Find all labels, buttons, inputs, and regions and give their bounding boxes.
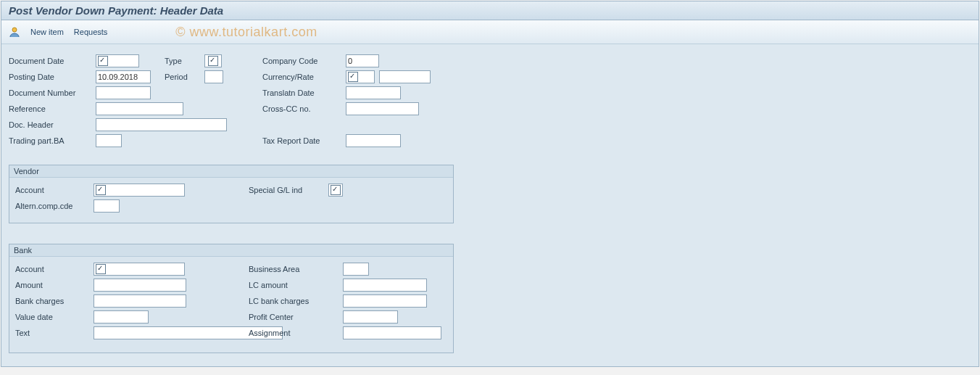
- special-gl-ind-checkbox[interactable]: [331, 185, 341, 195]
- field-lc-bank-charges: LC bank charges: [249, 293, 441, 309]
- profit-center-input[interactable]: [343, 310, 398, 324]
- field-reference: Reference: [9, 101, 227, 117]
- bank-account-checkbox[interactable]: [96, 264, 106, 274]
- watermark: © www.tutorialkart.com: [175, 25, 317, 40]
- field-amount: Amount: [15, 277, 283, 293]
- group-bank: Bank Account Amount Bank charges: [9, 244, 454, 353]
- field-text: Text: [15, 325, 283, 341]
- toolbar-requests[interactable]: Requests: [74, 28, 107, 36]
- field-document-number: Document Number: [9, 85, 227, 101]
- toolbar-new-item[interactable]: New item: [30, 28, 64, 36]
- field-tax-report-date: Tax Report Date: [262, 133, 431, 149]
- toolbar: New item Requests © www.tutorialkart.com: [1, 20, 979, 44]
- field-altern-comp-cde: Altern.comp.cde: [15, 198, 185, 214]
- amount-input[interactable]: [94, 279, 186, 292]
- window-title-bar: Post Vendor Down Payment: Header Data: [1, 1, 979, 20]
- app-window: Post Vendor Down Payment: Header Data Ne…: [1, 1, 979, 367]
- trading-part-ba-input[interactable]: [96, 134, 122, 147]
- user-icon[interactable]: [9, 26, 20, 38]
- currency-rate-input2[interactable]: [379, 70, 431, 83]
- currency-rate-checkbox[interactable]: [348, 72, 358, 82]
- assignment-input[interactable]: [343, 326, 441, 339]
- company-code-input[interactable]: [346, 54, 379, 67]
- field-special-gl-ind: Special G/L ind: [249, 182, 343, 198]
- field-cross-cc-no: Cross-CC no.: [262, 101, 431, 117]
- translatn-date-input[interactable]: [346, 86, 401, 99]
- field-type: Type: [165, 53, 223, 69]
- field-lc-amount: LC amount: [249, 277, 441, 293]
- altern-comp-cde-input[interactable]: [94, 199, 120, 213]
- lc-bank-charges-input[interactable]: [343, 294, 427, 308]
- document-date-checkbox[interactable]: [98, 56, 108, 66]
- field-bank-account: Account: [15, 261, 283, 277]
- field-business-area: Business Area: [249, 261, 441, 277]
- field-vendor-account: Account: [15, 182, 185, 198]
- tax-report-date-input[interactable]: [346, 134, 401, 147]
- posting-date-input[interactable]: [96, 70, 151, 83]
- field-period: Period: [165, 69, 223, 85]
- field-trading-part-ba: Trading part.BA: [9, 133, 227, 149]
- bank-charges-input[interactable]: [94, 294, 186, 308]
- svg-point-0: [12, 28, 17, 32]
- field-value-date: Value date: [15, 309, 283, 325]
- field-bank-charges: Bank charges: [15, 293, 283, 309]
- body-area: Document Date Posting Date Document Numb…: [1, 44, 979, 366]
- vendor-account-checkbox[interactable]: [96, 185, 106, 195]
- group-bank-title: Bank: [9, 244, 453, 257]
- period-input[interactable]: [204, 70, 223, 83]
- group-vendor-title: Vendor: [9, 165, 453, 178]
- window-title: Post Vendor Down Payment: Header Data: [9, 4, 223, 17]
- group-vendor: Vendor Account Altern.comp.cde: [9, 165, 454, 223]
- field-doc-header: Doc. Header: [9, 117, 227, 133]
- header-data-block: Document Date Posting Date Document Numb…: [9, 53, 971, 154]
- business-area-input[interactable]: [343, 263, 369, 276]
- cross-cc-no-input[interactable]: [346, 102, 419, 115]
- field-company-code: Company Code: [262, 53, 431, 69]
- lc-amount-input[interactable]: [343, 279, 427, 292]
- reference-input[interactable]: [96, 102, 183, 115]
- type-checkbox[interactable]: [208, 56, 218, 66]
- field-translatn-date: Translatn Date: [262, 85, 431, 101]
- document-number-input[interactable]: [96, 86, 151, 99]
- field-profit-center: Profit Center: [249, 309, 441, 325]
- field-assignment: Assignment: [249, 325, 441, 341]
- value-date-input[interactable]: [94, 310, 149, 324]
- doc-header-input[interactable]: [96, 118, 227, 131]
- field-currency-rate: Currency/Rate: [262, 69, 431, 85]
